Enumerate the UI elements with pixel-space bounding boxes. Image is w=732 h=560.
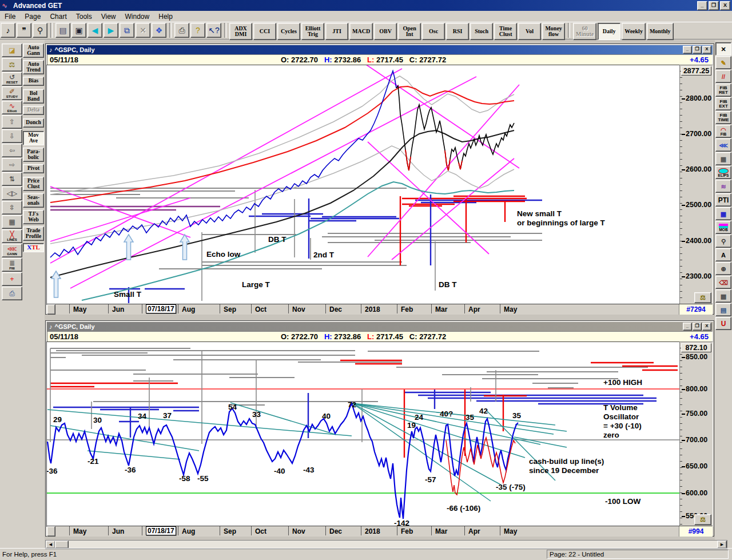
menu-view[interactable]: View bbox=[97, 11, 121, 22]
fib-extension-button[interactable]: FIBEXT bbox=[715, 97, 731, 110]
indicator-stoch[interactable]: Stoch bbox=[470, 23, 493, 40]
indicator-osc[interactable]: Osc bbox=[422, 23, 445, 40]
tool-seasonals[interactable]: Seas-onals bbox=[23, 193, 44, 208]
help-icon[interactable]: ? bbox=[190, 23, 205, 38]
tool-xtl[interactable]: XTL bbox=[23, 243, 44, 252]
menu-file[interactable]: File bbox=[0, 11, 20, 22]
chart-minimize-button[interactable]: _ bbox=[683, 323, 692, 331]
arrow-down-icon[interactable]: ⇩ bbox=[2, 129, 22, 143]
indicator-elliott-trig[interactable]: ElliottTrig bbox=[301, 23, 324, 40]
bar-step-icon[interactable]: ⇅ bbox=[2, 172, 22, 186]
indicator-money-flow[interactable]: Moneyflow bbox=[542, 23, 565, 40]
minimize-button[interactable]: _ bbox=[697, 1, 707, 10]
pattern-icon[interactable]: ▩ bbox=[715, 289, 731, 303]
arrow-left-icon[interactable]: ⇦ bbox=[2, 144, 22, 157]
fib-time-button[interactable]: FIBTIME bbox=[715, 111, 731, 124]
menu-help[interactable]: Help bbox=[154, 11, 177, 22]
indicator-vol[interactable]: Vol bbox=[518, 23, 541, 40]
arrow-up-icon[interactable]: ⇧ bbox=[2, 115, 22, 129]
open-chart-icon[interactable]: ◪ bbox=[2, 43, 22, 57]
mob-icon[interactable]: MOB bbox=[715, 221, 731, 234]
grid-icon[interactable]: ▦ bbox=[2, 215, 22, 229]
lines-icon[interactable]: ╳LINES bbox=[2, 229, 22, 243]
scales-icon[interactable]: ⚖ bbox=[2, 58, 22, 72]
pointer-icon[interactable]: ✕ bbox=[715, 42, 731, 55]
table-grid-icon[interactable]: ▦ bbox=[715, 207, 731, 220]
gann-icon[interactable]: ⋘GANN bbox=[2, 244, 22, 257]
chart-title-bar[interactable]: ♪^GSPC, Daily_❐X bbox=[47, 45, 713, 54]
report-icon[interactable]: ▤ bbox=[715, 303, 731, 316]
tool-priceclust[interactable]: PriceClust bbox=[23, 177, 44, 191]
scale-lock-button[interactable]: ⚖ bbox=[694, 292, 711, 303]
play-ends-icon[interactable]: ◁▷ bbox=[2, 186, 22, 200]
options-icon[interactable]: ❖ bbox=[152, 23, 166, 38]
indicator-jti[interactable]: JTI bbox=[325, 23, 348, 40]
indicator-macd[interactable]: MACD bbox=[349, 23, 373, 40]
arrow-right-icon[interactable]: ⇨ bbox=[2, 158, 22, 172]
scroll-right-button[interactable]: ▶ bbox=[717, 541, 727, 549]
timeframe-weekly[interactable]: Weekly bbox=[622, 23, 646, 40]
reset-icon[interactable]: ↺RESET bbox=[2, 72, 22, 86]
close-button[interactable]: X bbox=[720, 1, 730, 10]
text-tool-icon[interactable]: A bbox=[715, 248, 731, 261]
indicator-rsi[interactable]: RSI bbox=[446, 23, 469, 40]
tool-parabolic[interactable]: Para-bolic bbox=[23, 148, 44, 162]
ellipse-icon[interactable]: ELIPS bbox=[715, 166, 731, 179]
info-search-icon[interactable]: ⚲ bbox=[715, 235, 731, 248]
fib-retrace-button[interactable]: FIBRET bbox=[715, 84, 731, 97]
expand-time-icon[interactable]: ⇳ bbox=[2, 201, 22, 215]
date-marker[interactable]: 07/18/17 bbox=[146, 304, 176, 313]
tool-tjsweb[interactable]: TJ'sWeb bbox=[23, 210, 44, 224]
zoom-in-icon[interactable]: ⊕ bbox=[715, 262, 731, 275]
fib-circle-icon[interactable]: ◠FIB bbox=[715, 125, 731, 138]
chart-close-button[interactable]: X bbox=[702, 323, 711, 331]
chart-title-bar[interactable]: ♪^GSPC, Daily_❐X bbox=[47, 322, 713, 331]
tool-movave[interactable]: MovAve bbox=[23, 131, 44, 145]
tool-tradeprofile[interactable]: TradeProfile bbox=[23, 227, 44, 241]
chart-close-button[interactable]: X bbox=[702, 46, 711, 54]
crosshair-icon[interactable]: + bbox=[2, 272, 22, 286]
tool-donch[interactable]: Donch bbox=[23, 118, 44, 128]
menu-tools[interactable]: Tools bbox=[71, 11, 97, 22]
indicator-cci[interactable]: CCI bbox=[253, 23, 276, 40]
tool-bias[interactable]: Bias bbox=[23, 77, 44, 86]
export-icon[interactable]: ⎙ bbox=[2, 287, 22, 300]
date-marker[interactable]: 07/18/17 bbox=[146, 526, 176, 535]
gann-fan-icon[interactable]: ⋘ bbox=[715, 138, 731, 152]
restore-button[interactable]: ❐ bbox=[709, 1, 719, 10]
menu-window[interactable]: Window bbox=[121, 11, 154, 22]
elliott-icon[interactable]: ∿Elliott bbox=[2, 101, 22, 114]
indicator-open-int[interactable]: OpenInt bbox=[398, 23, 421, 40]
indicator-adx-dmi[interactable]: ADXDMI bbox=[229, 23, 252, 40]
scroll-thumb[interactable] bbox=[55, 541, 69, 549]
context-help-icon[interactable]: ↖? bbox=[206, 23, 221, 38]
forward-icon[interactable]: ▶ bbox=[104, 23, 118, 38]
new-page-icon[interactable]: ▤ bbox=[55, 23, 70, 38]
app-title-bar[interactable]: ∿ Advanced GET _❐X bbox=[0, 0, 732, 11]
timeframe-daily[interactable]: Daily bbox=[598, 23, 620, 40]
tool-autotrend[interactable]: AutoTrend bbox=[23, 60, 44, 74]
menu-chart[interactable]: Chart bbox=[45, 11, 71, 22]
pencil-icon[interactable]: ✎ bbox=[715, 56, 731, 69]
back-icon[interactable]: ◀ bbox=[87, 23, 102, 38]
undo-button[interactable]: U bbox=[715, 317, 731, 330]
price-chart-canvas[interactable]: DB T2nd TEcho lowLarge TSmall TDB TNew s… bbox=[46, 65, 681, 305]
save-icon[interactable]: ▣ bbox=[71, 23, 86, 38]
scroll-left-button[interactable]: ◀ bbox=[46, 541, 55, 549]
scale-lock-button[interactable]: ⚖ bbox=[694, 514, 711, 525]
indicator-cycles[interactable]: Cycles bbox=[277, 23, 300, 40]
indicator-time-clust[interactable]: TimeClust bbox=[494, 23, 517, 40]
study-icon[interactable]: ✐STUDY bbox=[2, 86, 22, 100]
gann-grid-icon[interactable]: ▦ bbox=[715, 152, 731, 165]
annotation-icon[interactable]: ❞ bbox=[17, 23, 31, 38]
print-icon[interactable]: ⎙ bbox=[174, 23, 189, 38]
trendlines-icon[interactable]: // bbox=[715, 70, 731, 83]
fib-icon[interactable]: ≣FIB bbox=[2, 258, 22, 272]
menu-page[interactable]: Page bbox=[20, 11, 45, 22]
tool-bolband[interactable]: BolBand bbox=[23, 89, 44, 104]
tool-pivot[interactable]: Pivot bbox=[23, 164, 44, 173]
chart-tool-icon[interactable]: ♪ bbox=[1, 23, 15, 38]
find-icon[interactable]: ⚲ bbox=[33, 23, 47, 38]
tool-autogann[interactable]: AutoGann bbox=[23, 43, 44, 58]
copy-page-icon[interactable]: ⧉ bbox=[120, 23, 134, 38]
